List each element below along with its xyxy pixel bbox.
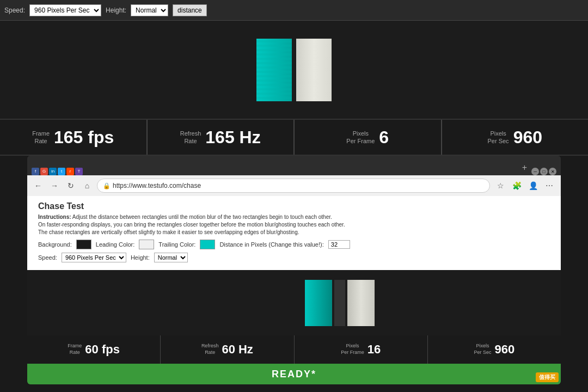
inner-refresh-rate-label: RefreshRate: [201, 343, 219, 356]
height-select[interactable]: Normal: [131, 4, 168, 16]
height-label-inner: Height:: [131, 254, 150, 261]
inner-pixels-per-frame-label: PixelsPer Frame: [341, 343, 364, 356]
instructions-text: Instructions: Adjust the distance betwee…: [38, 213, 550, 236]
minimize-button[interactable]: ─: [531, 168, 539, 175]
speed-label: Speed:: [4, 7, 25, 14]
ready-bar: READY*: [27, 364, 561, 384]
profile-button[interactable]: 👤: [526, 179, 540, 193]
inner-stats-bar: FrameRate 60 fps RefreshRate 60 Hz Pixel…: [27, 335, 561, 364]
web-content-area: Chase Test Instructions: Adjust the dist…: [27, 196, 561, 270]
distance-input[interactable]: [328, 240, 350, 249]
trailing-color-label: Trailing Color:: [158, 241, 195, 248]
browser-nav-bar: ← → ↻ ⌂ 🔒 https://www.testufo.com/chase …: [27, 175, 561, 196]
refresh-rate-value: 165 Hz: [205, 127, 260, 148]
frame-rate-stat: FrameRate 165 fps: [0, 120, 148, 155]
speed-select-inner[interactable]: 960 Pixels Per Sec: [62, 253, 126, 262]
trailing-color-swatch[interactable]: [200, 240, 215, 249]
ready-text: READY*: [272, 369, 316, 380]
inner-light-rect: [347, 280, 375, 326]
pixels-per-sec-label: PixelsPer Sec: [487, 130, 509, 145]
pixels-per-sec-stat: PixelsPer Sec 960: [442, 120, 589, 155]
pixels-per-sec-value: 960: [513, 127, 542, 148]
inner-dark-rect: [334, 280, 345, 326]
inner-pixels-per-frame-value: 16: [367, 342, 381, 357]
nav-icons-right: ☆ 🧩 👤 ⋯: [493, 179, 556, 193]
url-text: https://www.testufo.com/chase: [113, 182, 201, 189]
instructions-line3: The chase rectangles are vertically offs…: [38, 229, 299, 235]
background-color-swatch[interactable]: [76, 240, 91, 249]
outer-stats-bar: FrameRate 165 fps RefreshRate 165 Hz Pix…: [0, 119, 588, 156]
distance-label: Distance in Pixels (Change this value!):: [219, 241, 323, 248]
tab-icon-6: T: [75, 168, 83, 175]
tab-icon-5: r: [66, 168, 74, 175]
distance-button[interactable]: distance: [173, 4, 207, 16]
tab-icon-2: G: [40, 168, 48, 175]
inner-pixels-per-sec-value: 960: [495, 342, 515, 357]
frame-rate-value: 165 fps: [54, 127, 114, 148]
pixels-per-frame-label: PixelsPer Frame: [346, 130, 375, 145]
watermark: 值得买: [536, 372, 559, 382]
instructions-bold: Instructions:: [38, 214, 71, 220]
speed-select[interactable]: 960 Pixels Per Sec: [29, 4, 101, 16]
back-button[interactable]: ←: [32, 179, 45, 192]
inner-pixels-per-sec-label: PixelsPer Sec: [474, 343, 492, 356]
browser-tabs-row: f G in t r T + ─ □ ✕: [27, 156, 561, 175]
inner-pixels-per-sec-stat: PixelsPer Sec 960: [428, 335, 561, 364]
inner-frame-rate-stat: FrameRate 60 fps: [27, 335, 161, 364]
light-rectangle: [296, 39, 332, 101]
frame-rate-label: FrameRate: [32, 130, 50, 145]
maximize-button[interactable]: □: [540, 168, 548, 175]
speed-label-inner: Speed:: [38, 254, 57, 261]
more-button[interactable]: ⋯: [542, 179, 556, 193]
close-button[interactable]: ✕: [549, 168, 556, 175]
tab-icon-4: t: [58, 168, 65, 175]
inner-animation-area: [27, 270, 561, 335]
inner-refresh-rate-stat: RefreshRate 60 Hz: [161, 335, 294, 364]
inner-teal-rect: [305, 280, 332, 326]
home-button[interactable]: ⌂: [81, 179, 94, 192]
leading-color-swatch[interactable]: [139, 240, 154, 249]
tab-icon-1: f: [32, 168, 39, 175]
inner-frame-rate-label: FrameRate: [68, 343, 82, 356]
laptop-frame: f G in t r T + ─ □ ✕ ← → ↻ ⌂ 🔒 https://w…: [27, 156, 561, 384]
lock-icon: 🔒: [103, 182, 111, 189]
height-select-inner[interactable]: Normal: [154, 253, 188, 262]
tab-icon-3: in: [49, 168, 57, 175]
inner-refresh-rate-value: 60 Hz: [222, 342, 253, 357]
controls-row-1: Background: Leading Color: Trailing Colo…: [38, 240, 550, 249]
top-controls-bar: Speed: 960 Pixels Per Sec Height: Normal…: [0, 0, 588, 21]
refresh-rate-label: RefreshRate: [180, 130, 201, 145]
background-label: Background:: [38, 241, 72, 248]
instructions-line2: On faster-responding displays, you can b…: [38, 222, 345, 228]
extensions-button[interactable]: 🧩: [510, 179, 524, 193]
address-bar[interactable]: 🔒 https://www.testufo.com/chase: [97, 179, 490, 193]
reload-button[interactable]: ↻: [64, 179, 77, 192]
teal-rectangle: [256, 39, 292, 101]
pixels-per-frame-stat: PixelsPer Frame 6: [295, 120, 442, 155]
instructions-line1: Adjust the distance between rectangles u…: [72, 214, 332, 220]
refresh-rate-stat: RefreshRate 165 Hz: [148, 120, 295, 155]
outer-animation-area: [0, 21, 588, 119]
height-label: Height:: [106, 7, 126, 14]
browser-tab-icons: f G in t r T: [32, 168, 518, 175]
page-title: Chase Test: [38, 201, 550, 211]
leading-color-label: Leading Color:: [96, 241, 135, 248]
inner-frame-rate-value: 60 fps: [85, 342, 120, 357]
bookmark-star-button[interactable]: ☆: [493, 179, 507, 193]
new-tab-button[interactable]: +: [519, 160, 530, 175]
inner-rect-group: [305, 280, 375, 326]
window-controls: ─ □ ✕: [531, 168, 556, 175]
controls-row-2: Speed: 960 Pixels Per Sec Height: Normal: [38, 253, 550, 262]
forward-button[interactable]: →: [48, 179, 61, 192]
inner-pixels-per-frame-stat: PixelsPer Frame 16: [295, 335, 428, 364]
pixels-per-frame-value: 6: [379, 127, 389, 148]
